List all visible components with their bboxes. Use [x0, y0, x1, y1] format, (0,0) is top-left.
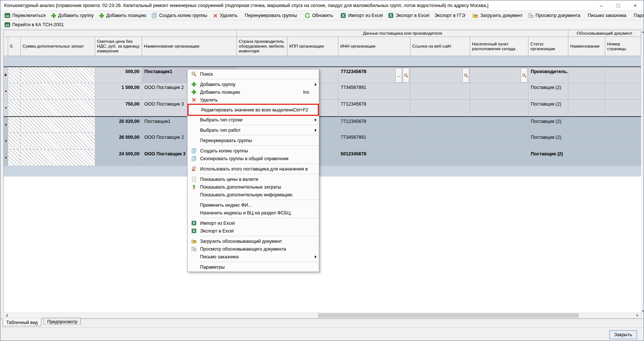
col-header-status[interactable]: Статус организации	[528, 37, 568, 56]
cell-page-number[interactable]	[605, 149, 641, 166]
cell-b[interactable]	[8, 116, 21, 133]
cell-b[interactable]	[8, 66, 21, 83]
cell-extra-costs[interactable]	[21, 116, 95, 133]
cell-warehouse[interactable]	[470, 83, 528, 100]
col-header-warehouse[interactable]: Населенный пункт расположения склада	[470, 37, 528, 56]
cell-inn[interactable]: 7712345678 ...	[338, 66, 410, 83]
cell-warehouse[interactable]	[470, 100, 528, 116]
horizontal-scrollbar[interactable]	[3, 313, 641, 318]
cell-extra-costs[interactable]	[21, 100, 95, 116]
cell-website[interactable]	[410, 100, 470, 116]
cell-status[interactable]: Поставщик (2)	[528, 133, 568, 149]
scroll-down-icon[interactable]	[641, 310, 644, 312]
menu-item-use-supplier[interactable]: Использовать этого поставщика для назнач…	[187, 165, 319, 173]
cell-doc-name[interactable]	[568, 100, 605, 116]
menu-item-view-justifying-doc[interactable]: Просмотр обосновывающего документа	[187, 245, 319, 253]
cell-page-number[interactable]	[605, 116, 641, 133]
cell-website[interactable]	[410, 116, 470, 133]
cell-extra-costs[interactable]	[21, 133, 95, 149]
cell-extra-costs[interactable]	[21, 83, 95, 100]
cell-website[interactable]	[410, 66, 470, 83]
cell-page-number[interactable]	[605, 133, 641, 149]
cell-website[interactable]	[410, 83, 470, 100]
menu-item-apply-fi-index[interactable]: Применить индекс ФИ...	[187, 201, 319, 209]
tab-preview[interactable]: Предпросмотр	[44, 318, 81, 325]
cell-price[interactable]: 26 000,00	[95, 133, 142, 149]
cell-warehouse[interactable]	[470, 149, 528, 166]
col-header-extra-costs[interactable]: Сумма дополнительных затрат	[21, 37, 95, 56]
col-header-kpp[interactable]: КПП организации	[287, 37, 338, 56]
cell-doc-name[interactable]	[568, 66, 605, 83]
scrollbar-thumb[interactable]	[318, 313, 579, 318]
cell-b[interactable]	[8, 133, 21, 149]
col-header-price[interactable]: Сметная цена без НДС, руб. за единицу из…	[95, 37, 142, 56]
group-band-row[interactable]	[4, 166, 641, 176]
toolbar-delete-button[interactable]: Удалить	[210, 12, 240, 20]
menu-item-search[interactable]: Поиск	[187, 70, 319, 78]
menu-item-add-position[interactable]: Добавить позицию Ins	[187, 88, 319, 96]
col-header-org-name[interactable]: Наименование организации	[142, 37, 237, 56]
vertical-scrollbar[interactable]	[641, 30, 644, 313]
close-dialog-button[interactable]: Закрыть	[609, 330, 637, 339]
cell-inn[interactable]: 7712345678	[338, 100, 410, 116]
toolbar-add-position-button[interactable]: Добавить позицию	[96, 12, 149, 20]
col-header-page-number[interactable]: Номер страницы	[605, 37, 641, 56]
col-header-indicator[interactable]	[4, 37, 8, 56]
cell-status[interactable]: Производитель...	[528, 66, 568, 83]
toolbar-export-gge-button[interactable]: Экспорт в ГГЭ	[432, 12, 468, 20]
menu-item-show-currency-prices[interactable]: Показывать цены в валюте	[187, 175, 319, 183]
cell-b[interactable]	[8, 100, 21, 116]
menu-item-select-row-type[interactable]: Выбрать тип строки	[187, 116, 319, 124]
ellipsis-button[interactable]: ...	[395, 68, 402, 83]
toolbar-view-document-button[interactable]: Просмотр документа	[525, 12, 583, 20]
cell-inn[interactable]: 5012345678	[338, 149, 410, 166]
cell-price[interactable]: 24 500,00	[95, 149, 142, 166]
cell-b[interactable]	[8, 149, 21, 166]
toolbar-import-excel-button[interactable]: Импорт из Excel	[338, 12, 385, 20]
menu-item-show-extra-info[interactable]: Показывать дополнительную информацию	[187, 191, 319, 199]
cell-website[interactable]	[410, 133, 470, 149]
toolbar-refresh-button[interactable]: Обновить	[302, 12, 336, 20]
cell-extra-costs[interactable]	[21, 66, 95, 83]
lookup-magnifier-button[interactable]	[521, 68, 527, 83]
lookup-magnifier-button[interactable]	[462, 68, 469, 83]
scroll-right-button[interactable]	[634, 313, 640, 318]
col-header-website[interactable]: Ссылка на веб-сайт	[410, 37, 470, 56]
cell-website[interactable]	[410, 149, 470, 166]
close-window-button[interactable]: ×	[627, 0, 644, 10]
toolbar-switch-button[interactable]: КА Переключиться	[2, 12, 48, 20]
menu-item-import-excel[interactable]: Импорт из Excel	[187, 219, 319, 227]
scroll-up-icon[interactable]	[641, 31, 644, 33]
cell-inn[interactable]: 7734567891	[338, 83, 410, 100]
cell-inn[interactable]: 7712345678	[338, 116, 410, 133]
menu-item-show-extra-costs[interactable]: Показывать дополнительные затраты	[187, 183, 319, 191]
cell-page-number[interactable]	[605, 100, 641, 116]
cell-price[interactable]: 500,00	[95, 66, 142, 83]
cell-warehouse[interactable]	[470, 116, 528, 133]
toolbar-load-document-button[interactable]: Загрузить документ	[470, 12, 525, 20]
scroll-left-button[interactable]	[4, 313, 10, 318]
cell-doc-name[interactable]	[568, 83, 605, 100]
col-header-inn[interactable]: ИНН организации	[338, 37, 410, 56]
minimize-button[interactable]: –	[593, 0, 610, 10]
menu-item-customer-letter[interactable]: Письмо заказчика	[187, 253, 319, 261]
cell-inn[interactable]: 7734567891	[338, 133, 410, 149]
cell-status[interactable]: Поставщик (2)	[528, 149, 568, 166]
menu-item-parameters[interactable]: Параметры	[187, 263, 319, 271]
cell-doc-name[interactable]	[568, 116, 605, 133]
tab-table-view[interactable]: Табличный вид	[3, 318, 41, 326]
cell-page-number[interactable]	[605, 66, 641, 83]
maximize-button[interactable]: □	[610, 0, 627, 10]
menu-item-load-justifying-doc[interactable]: Загрузить обосновывающий документ	[187, 237, 319, 245]
group-band-row[interactable]	[4, 56, 641, 66]
cell-price[interactable]: 25 020,00	[95, 116, 142, 133]
toolbar-parameters-button[interactable]: Параметры	[631, 12, 644, 20]
menu-item-copy-groups-to-shared[interactable]: Скопировать группы в общий справочник	[187, 155, 319, 162]
menu-item-delete[interactable]: Удалить	[187, 96, 319, 104]
cell-price[interactable]: 750,00	[95, 100, 142, 116]
menu-item-assign-indices-fsbc[interactable]: Назначить индексы и ВЦ на раздел ФСБЦ	[187, 209, 319, 217]
cell-doc-name[interactable]	[568, 133, 605, 149]
menu-item-renumber-groups[interactable]: Перенумеровать группы	[187, 137, 319, 144]
menu-item-export-excel[interactable]: Экспорт в Excel	[187, 227, 319, 235]
toolbar-add-group-button[interactable]: Добавить группу	[48, 12, 96, 20]
